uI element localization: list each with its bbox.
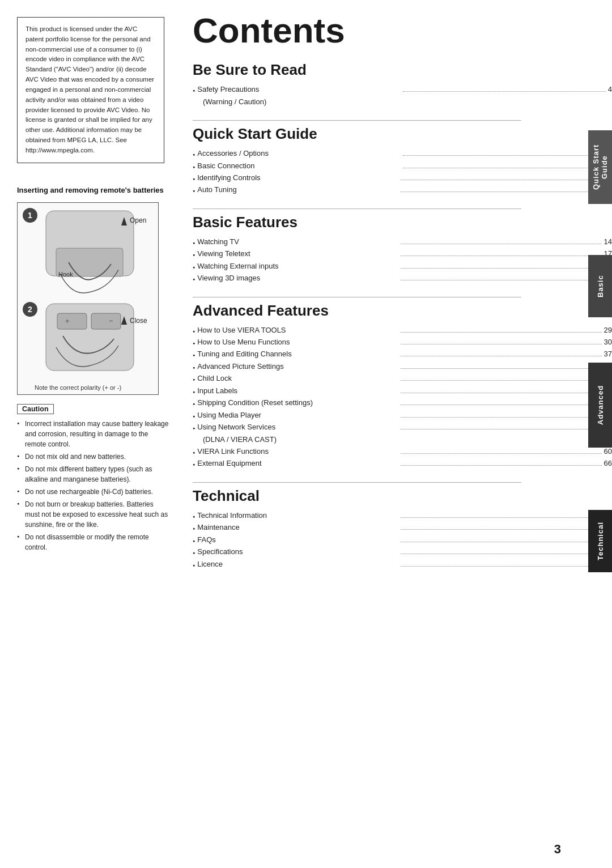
page-number: 3 bbox=[554, 842, 561, 857]
section-title-technical: Technical bbox=[193, 487, 612, 505]
tabs-container: Quick StartGuide Basic Advanced Technica… bbox=[588, 130, 612, 572]
list-item: Shipping Condition (Reset settings) 43 bbox=[193, 397, 612, 409]
list-item: How to Use VIERA TOOLS 29 bbox=[193, 324, 612, 336]
list-item: Safety Precautions 4 bbox=[193, 83, 612, 95]
license-box: This product is licensed under the AVC p… bbox=[17, 17, 164, 163]
list-item: Specifications 78 bbox=[193, 546, 612, 558]
caution-item: Do not disassemble or modify the remote … bbox=[17, 532, 170, 552]
tab-basic: Basic bbox=[588, 255, 612, 317]
list-item: Auto Tuning 12 bbox=[193, 184, 612, 195]
list-item: Licence 79 bbox=[193, 558, 612, 570]
caution-list: Incorrect installation may cause battery… bbox=[17, 419, 170, 552]
battery-title: Inserting and removing remote's batterie… bbox=[17, 186, 164, 194]
section-quick-start: Quick Start Guide Accessories / Options … bbox=[193, 125, 612, 196]
list-item: Maintenance 75 bbox=[193, 521, 612, 533]
section-technical: Technical Technical Information 68 Maint… bbox=[193, 487, 612, 570]
tab-label-quick-start: Quick StartGuide bbox=[592, 144, 609, 190]
list-item: Watching TV 14 bbox=[193, 236, 612, 248]
list-item: Tuning and Editing Channels 37 bbox=[193, 348, 612, 360]
divider bbox=[193, 297, 521, 297]
caution-item: Do not use rechargeable (Ni-Cd) batterie… bbox=[17, 487, 170, 497]
be-sure-items: Safety Precautions 4 bbox=[193, 83, 612, 95]
list-item: Identifying Controls 10 bbox=[193, 172, 612, 184]
list-item: Viewing 3D images 21 bbox=[193, 272, 612, 284]
list-item: Accessories / Options 6 bbox=[193, 147, 612, 159]
left-column: This product is licensed under the AVC p… bbox=[0, 0, 176, 868]
caution-item: Incorrect installation may cause battery… bbox=[17, 419, 170, 449]
tab-quick-start: Quick StartGuide bbox=[588, 130, 612, 204]
caution-label: Caution bbox=[17, 404, 54, 414]
tab-advanced: Advanced bbox=[588, 363, 612, 448]
contents-title: Contents bbox=[193, 11, 612, 50]
battery-diagram: 1 Open Hook 2 bbox=[17, 202, 159, 395]
caution-item: Do not mix old and new batteries. bbox=[17, 452, 170, 462]
list-item: Using Network Services 51 bbox=[193, 421, 612, 433]
caution-item: Do not burn or breakup batteries. Batter… bbox=[17, 499, 170, 530]
license-text: This product is licensed under the AVC p… bbox=[26, 25, 154, 154]
list-item: Watching External inputs 19 bbox=[193, 260, 612, 272]
divider bbox=[193, 482, 521, 483]
quick-start-items: Accessories / Options 6 Basic Connection… bbox=[193, 147, 612, 196]
svg-rect-10 bbox=[57, 313, 87, 329]
svg-text:2: 2 bbox=[28, 305, 32, 314]
divider bbox=[193, 120, 521, 121]
sub-item: (Warning / Caution) bbox=[193, 96, 612, 108]
list-item: Technical Information 68 bbox=[193, 509, 612, 521]
list-item: How to Use Menu Functions 30 bbox=[193, 336, 612, 348]
advanced-items-2: VIERA Link Functions 60 External Equipme… bbox=[193, 445, 612, 470]
right-column: Contents Be Sure to Read Safety Precauti… bbox=[176, 0, 612, 868]
svg-text:Hook: Hook bbox=[58, 271, 73, 278]
svg-text:1: 1 bbox=[28, 211, 32, 220]
list-item: FAQs 76 bbox=[193, 534, 612, 546]
svg-text:Close: Close bbox=[130, 317, 147, 325]
svg-text:−: − bbox=[109, 317, 113, 325]
svg-text:+: + bbox=[65, 317, 70, 325]
section-title-quick-start: Quick Start Guide bbox=[193, 125, 612, 143]
caution-section: Caution Incorrect installation may cause… bbox=[17, 404, 170, 552]
tab-label-basic: Basic bbox=[596, 275, 605, 297]
sub-item-dlna: (DLNA / VIERA CAST) bbox=[193, 433, 612, 445]
list-item: Advanced Picture Settings 39 bbox=[193, 360, 612, 372]
list-item: VIERA Link Functions 60 bbox=[193, 445, 612, 457]
caution-item: Do not mix different battery types (such… bbox=[17, 464, 170, 484]
tab-technical: Technical bbox=[588, 510, 612, 572]
list-item: External Equipment 66 bbox=[193, 457, 612, 469]
tab-label-technical: Technical bbox=[596, 522, 605, 560]
tab-label-advanced: Advanced bbox=[596, 385, 605, 425]
page: This product is licensed under the AVC p… bbox=[0, 0, 612, 868]
list-item: Input Labels 42 bbox=[193, 385, 612, 397]
section-basic-features: Basic Features Watching TV 14 Viewing Te… bbox=[193, 214, 612, 284]
svg-text:Open: Open bbox=[130, 216, 146, 224]
svg-rect-11 bbox=[91, 313, 121, 329]
basic-items: Watching TV 14 Viewing Teletext 17 Watch… bbox=[193, 236, 612, 284]
svg-text:Note the correct polarity (+ o: Note the correct polarity (+ or -) bbox=[35, 384, 121, 391]
technical-items: Technical Information 68 Maintenance 75 … bbox=[193, 509, 612, 570]
advanced-items: How to Use VIERA TOOLS 29 How to Use Men… bbox=[193, 324, 612, 433]
list-item: Viewing Teletext 17 bbox=[193, 248, 612, 259]
battery-section: Inserting and removing remote's batterie… bbox=[17, 186, 164, 555]
section-title-basic: Basic Features bbox=[193, 214, 612, 231]
list-item: Child Lock 41 bbox=[193, 372, 612, 384]
list-item: Using Media Player 44 bbox=[193, 409, 612, 421]
divider bbox=[193, 209, 521, 209]
section-be-sure-to-read: Be Sure to Read Safety Precautions 4 (Wa… bbox=[193, 61, 612, 108]
section-title-be-sure: Be Sure to Read bbox=[193, 61, 612, 79]
list-item: Basic Connection 8 bbox=[193, 160, 612, 172]
section-title-advanced: Advanced Features bbox=[193, 302, 612, 320]
section-advanced-features: Advanced Features How to Use VIERA TOOLS… bbox=[193, 302, 612, 470]
